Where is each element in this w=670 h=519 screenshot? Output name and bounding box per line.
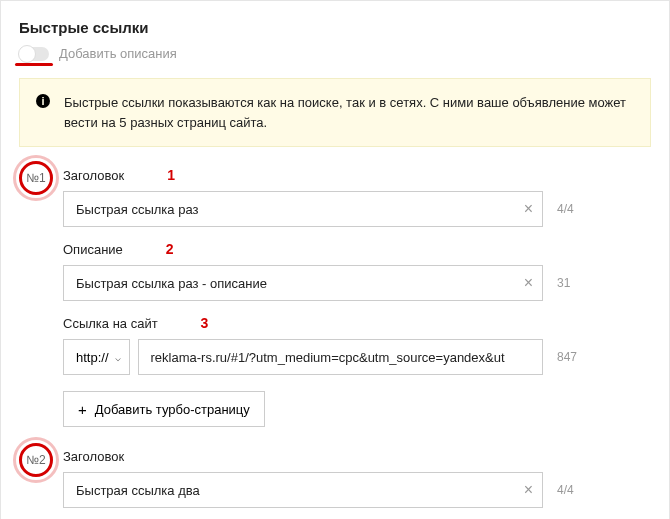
- sitelink-label-1: Ссылка на сайт: [63, 316, 158, 331]
- description-input-wrap-1: ×: [63, 265, 543, 301]
- protocol-value: http://: [76, 350, 109, 365]
- quick-links-panel: Быстрые ссылки Добавить описания i Быстр…: [0, 0, 670, 519]
- title-input-wrap-1: ×: [63, 191, 543, 227]
- description-group-1: Описание 2 × 31: [63, 241, 651, 301]
- num-badge-1: №1: [19, 161, 53, 195]
- toggle-descriptions[interactable]: [19, 47, 49, 61]
- title-input-wrap-2: ×: [63, 472, 543, 508]
- title-label-1: Заголовок: [63, 168, 124, 183]
- clear-icon[interactable]: ×: [524, 201, 533, 217]
- description-counter-1: 31: [557, 276, 597, 290]
- clear-icon[interactable]: ×: [524, 275, 533, 291]
- title-counter-1: 4/4: [557, 202, 597, 216]
- section-title: Быстрые ссылки: [19, 19, 651, 36]
- clear-icon[interactable]: ×: [524, 482, 533, 498]
- num-badge-2-text: №2: [26, 453, 46, 467]
- url-input-1[interactable]: [139, 340, 542, 374]
- title-counter-2: 4/4: [557, 483, 597, 497]
- title-input-2[interactable]: [64, 473, 542, 507]
- url-counter-1: 847: [557, 350, 597, 364]
- num-badge-1-text: №1: [26, 171, 46, 185]
- annotation-3: 3: [201, 315, 209, 331]
- title-group-1: Заголовок 1 × 4/4: [63, 167, 651, 227]
- add-turbo-button[interactable]: + Добавить турбо-страницу: [63, 391, 265, 427]
- title-group-2: Заголовок × 4/4: [63, 449, 651, 508]
- link-block-2: №2 Заголовок × 4/4: [19, 449, 651, 519]
- chevron-down-icon: ⌵: [115, 352, 121, 363]
- protocol-select[interactable]: http:// ⌵: [63, 339, 130, 375]
- fields-col-2: Заголовок × 4/4: [63, 449, 651, 519]
- add-turbo-group: + Добавить турбо-страницу: [63, 389, 651, 427]
- link-block-1: №1 Заголовок 1 × 4/4 Описание: [19, 167, 651, 441]
- title-input-1[interactable]: [64, 192, 542, 226]
- annotation-underline: [15, 63, 53, 66]
- description-input-1[interactable]: [64, 266, 542, 300]
- fields-col-1: Заголовок 1 × 4/4 Описание 2: [63, 167, 651, 441]
- description-label-1: Описание: [63, 242, 123, 257]
- num-badge-2: №2: [19, 443, 53, 477]
- toggle-descriptions-row: Добавить описания: [19, 46, 651, 61]
- sitelink-group-1: Ссылка на сайт 3 http:// ⌵ 847: [63, 315, 651, 375]
- url-input-wrap-1: [138, 339, 543, 375]
- add-turbo-label: Добавить турбо-страницу: [95, 402, 250, 417]
- title-label-2: Заголовок: [63, 449, 124, 464]
- annotation-2: 2: [166, 241, 174, 257]
- annotation-1: 1: [167, 167, 175, 183]
- info-text: Быстрые ссылки показываются как на поиск…: [64, 95, 626, 130]
- plus-icon: +: [78, 402, 87, 417]
- info-icon: i: [36, 94, 50, 108]
- toggle-descriptions-label: Добавить описания: [59, 46, 177, 61]
- info-box: i Быстрые ссылки показываются как на пои…: [19, 78, 651, 147]
